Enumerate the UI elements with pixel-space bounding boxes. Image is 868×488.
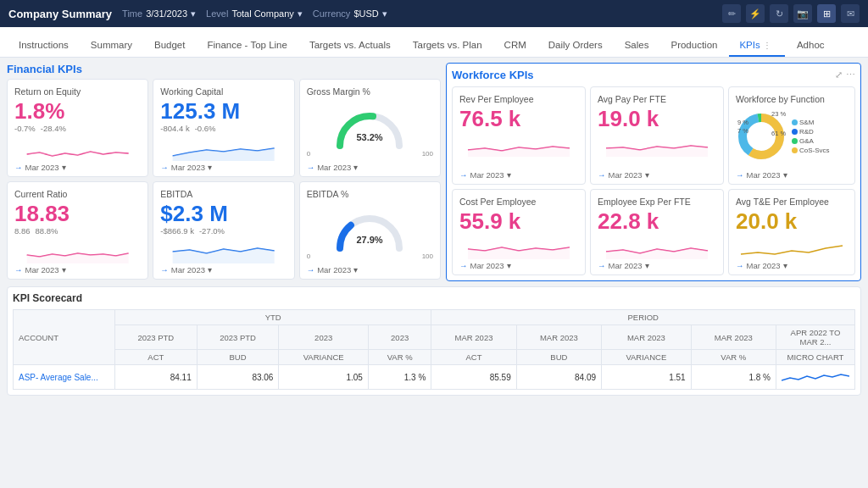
ytd-group-header: YTD [115, 310, 431, 325]
workforce-row-2: Cost Per Employee 55.9 k → Mar 2023 ▾ [452, 189, 855, 275]
ebitda-pct-footer[interactable]: → Mar 2023 ▾ [307, 265, 433, 274]
roe-chevron-icon: ▾ [62, 163, 66, 172]
atpe-arrow-icon: → [736, 261, 744, 270]
ytd-ptd-act-header: 2023 PTD [115, 325, 198, 350]
eepf-footer[interactable]: → Mar 2023 ▾ [598, 261, 716, 270]
nav-tabs: Instructions Summary Budget Finance - To… [0, 27, 868, 58]
ebitda-sub2: -27.0% [199, 226, 225, 236]
tab-summary[interactable]: Summary [81, 35, 142, 57]
kpi-ebitda: EBITDA $2.3 M -$866.9 k -27.0% [153, 181, 294, 280]
kpis-dot-menu[interactable]: ⋮ [763, 41, 775, 50]
tab-kpis[interactable]: KPIs ⋮ [729, 35, 784, 57]
ebitda-subs: -$866.9 k -27.0% [160, 226, 287, 236]
gross-margin-axis: 0 100 [307, 150, 433, 158]
workforce-expand-icon[interactable]: ⤢ [835, 69, 843, 80]
tab-budget[interactable]: Budget [144, 35, 195, 57]
main-content: Financial KPIs Return on Equity 1.8% -0.… [0, 58, 868, 488]
micro-chart-cell [776, 365, 855, 390]
cr-sparkline [14, 240, 141, 263]
wbf-legend: S&M R&D G&A [792, 119, 830, 154]
grid-button[interactable]: ⊞ [817, 4, 836, 23]
time-control[interactable]: Time 3/31/2023 ▾ [122, 8, 196, 19]
mail-button[interactable]: ✉ [841, 4, 860, 23]
time-value: 3/31/2023 [146, 8, 187, 19]
workforce-kpis-title: Workforce KPIs [452, 69, 534, 81]
mar-varp-subheader: VAR % [691, 350, 776, 365]
mar-varp-cell: 1.8 % [691, 365, 776, 390]
legend-rd: R&D [792, 128, 830, 136]
mar-var-header: MAR 2023 [602, 325, 692, 350]
level-control[interactable]: Level Total Company ▾ [206, 8, 303, 19]
gm-footer[interactable]: → Mar 2023 ▾ [307, 163, 433, 172]
tab-targets-vs-actuals[interactable]: Targets vs. Actuals [299, 35, 401, 57]
financial-kpis-section: Financial KPIs Return on Equity 1.8% -0.… [7, 63, 441, 280]
legend-ga: G&A [792, 137, 830, 145]
ebitda-value: $2.3 M [160, 202, 287, 225]
ytd-ptd-bud-header: 2023 PTD [197, 325, 279, 350]
ebitda-gauge-max: 100 [422, 252, 433, 260]
rd-label: R&D [799, 128, 814, 136]
mar-act-subheader: ACT [431, 350, 516, 365]
svg-text:27.9%: 27.9% [357, 235, 383, 245]
roe-date: Mar 2023 [25, 163, 59, 172]
roe-sub2: -28.4% [41, 124, 66, 133]
rev-per-employee-value: 76.5 k [459, 108, 578, 130]
roe-arrow-icon: → [14, 163, 23, 172]
scorecard-table: ACCOUNT YTD PERIOD 2023 PTD 2023 PTD 202… [13, 309, 855, 390]
working-capital-title: Working Capital [160, 86, 287, 97]
refresh-button[interactable]: ↻ [770, 4, 788, 23]
ebitda-pct-date: Mar 2023 [317, 265, 351, 274]
ebitda-arrow-icon: → [160, 265, 169, 274]
mar-var-cell: 1.51 [602, 365, 692, 390]
app-title: Company Summary [8, 8, 112, 20]
appf-footer[interactable]: → Mar 2023 ▾ [598, 170, 716, 180]
eepf-sparkline [598, 236, 716, 259]
tab-crm[interactable]: CRM [494, 35, 537, 57]
cr-footer[interactable]: → Mar 2023 ▾ [14, 265, 141, 274]
kpi-gross-margin: Gross Margin % 53.2% 0 100 [299, 79, 441, 177]
svg-marker-2 [27, 253, 129, 263]
tab-production[interactable]: Production [660, 35, 727, 57]
camera-button[interactable]: 📷 [793, 4, 812, 23]
workforce-kpis-section: Workforce KPIs ⤢ ⋯ Rev Per Employee 76.5… [446, 63, 861, 281]
gross-margin-title: Gross Margin % [307, 86, 433, 97]
cr-sub1: 8.86 [14, 226, 31, 236]
ytd-variance-subheader: VARIANCE [279, 350, 369, 365]
cpe-sparkline [459, 236, 578, 259]
atpe-footer[interactable]: → Mar 2023 ▾ [736, 261, 848, 270]
tab-sales[interactable]: Sales [615, 35, 659, 57]
tab-instructions[interactable]: Instructions [8, 35, 79, 57]
rpe-footer[interactable]: → Mar 2023 ▾ [459, 170, 578, 180]
rpe-chevron-icon: ▾ [507, 170, 511, 180]
mar-bud-header: MAR 2023 [516, 325, 601, 350]
fin-row-1: Return on Equity 1.8% -0.7% -28.4% [7, 79, 441, 177]
wbf-footer[interactable]: → Mar 2023 ▾ [736, 170, 848, 180]
header-icon-group: ✏ ⚡ ↻ 📷 ⊞ ✉ [722, 4, 860, 23]
wc-footer[interactable]: → Mar 2023 ▾ [160, 163, 287, 172]
kpi-current-ratio: Current Ratio 18.83 8.86 88.8% [7, 181, 148, 280]
kpi-workforce-by-function: Workforce by Function [728, 86, 855, 185]
cpe-footer[interactable]: → Mar 2023 ▾ [459, 261, 578, 270]
pct-9: 9 % [737, 119, 748, 126]
ytd-var-header: 2023 [279, 325, 369, 350]
return-on-equity-title: Return on Equity [14, 86, 141, 97]
ebitda-date: Mar 2023 [171, 265, 205, 274]
filter-button[interactable]: ⚡ [746, 4, 765, 23]
kpi-ebitda-pct: EBITDA % 27.9% 0 100 [299, 181, 441, 280]
edit-button[interactable]: ✏ [722, 4, 741, 23]
currency-control[interactable]: Currency $USD ▾ [313, 8, 387, 19]
legend-cos: CoS-Svcs [792, 147, 830, 154]
workforce-more-icon[interactable]: ⋯ [846, 69, 855, 80]
cpe-chevron-icon: ▾ [507, 261, 511, 270]
tab-finance-top-line[interactable]: Finance - Top Line [197, 35, 297, 57]
ebitda-footer[interactable]: → Mar 2023 ▾ [160, 265, 287, 274]
tab-targets-vs-plan[interactable]: Targets vs. Plan [403, 35, 492, 57]
roe-footer[interactable]: → Mar 2023 ▾ [14, 163, 141, 172]
tab-daily-orders[interactable]: Daily Orders [538, 35, 613, 57]
pct-7: 7 % [737, 127, 748, 135]
roe-sparkline [14, 137, 141, 161]
tab-adhoc[interactable]: Adhoc [787, 35, 835, 57]
ebitda-sub1: -$866.9 k [160, 226, 194, 236]
pct-23: 23 % [771, 110, 786, 118]
rpe-sparkline [459, 133, 578, 157]
